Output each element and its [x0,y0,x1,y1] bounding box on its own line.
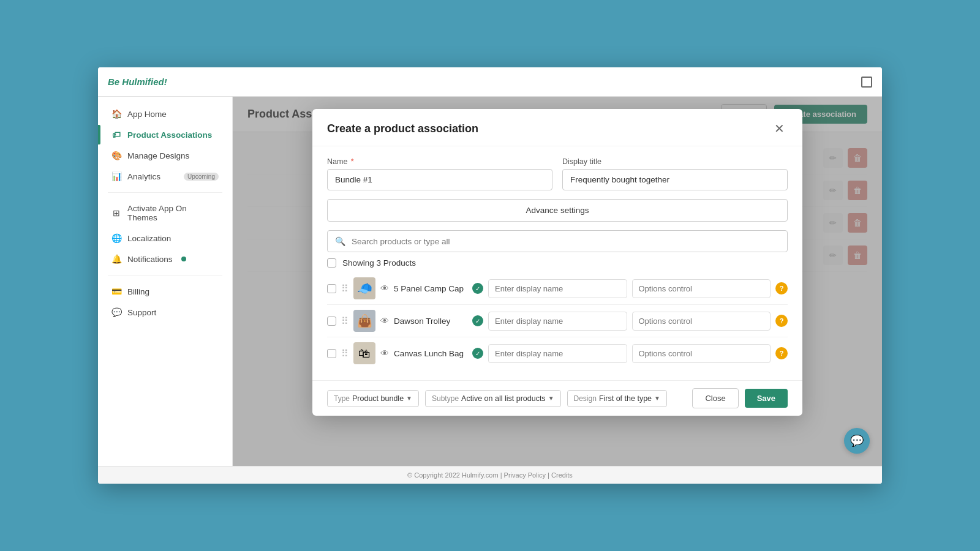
drag-handle-icon[interactable]: ⠿ [341,283,349,294]
sidebar-label-support: Support [127,308,156,317]
close-modal-button[interactable]: Close [692,388,738,408]
design-value: First of the type [599,394,652,403]
sidebar-item-notifications[interactable]: 🔔 Notifications [102,249,228,269]
sidebar-divider-1 [108,192,222,193]
display-name-input-3[interactable] [488,344,627,363]
upcoming-badge: Upcoming [184,173,219,181]
list-item: ⠿ 👜 👁 Dawson Trolley ✓ ? [327,305,788,337]
main-layout: 🏠 App Home 🏷 Product Associations 🎨 Mana… [98,97,882,466]
sidebar-item-activate-app[interactable]: ⊞ Activate App On Themes [102,199,228,227]
product-thumb-1: 🧢 [353,277,375,299]
activate-icon: ⊞ [111,208,121,218]
app-footer: © Copyright 2022 Hulmify.com | Privacy P… [98,466,882,484]
product-list: ⠿ 🧢 👁 5 Panel Camp Cap ✓ ? [327,272,788,369]
sidebar-item-product-associations[interactable]: 🏷 Product Associations [102,125,228,144]
form-group-name: Name * [327,157,552,190]
sidebar-item-billing[interactable]: 💳 Billing [102,282,228,301]
options-control-input-2[interactable] [632,312,771,331]
display-name-input-1[interactable] [488,279,627,298]
sidebar-label-notifications: Notifications [127,255,173,264]
list-item: ⠿ 🛍 👁 Canvas Lunch Bag ✓ ? [327,337,788,369]
help-icon-2[interactable]: ? [775,315,788,327]
analytics-icon: 📊 [111,171,121,181]
showing-products-row: Showing 3 Products [327,258,788,268]
product-checkbox-1[interactable] [327,284,336,293]
select-all-checkbox[interactable] [327,258,336,268]
chat-bubble[interactable]: 💬 [844,428,870,454]
name-label: Name * [327,157,552,166]
product-checkbox-3[interactable] [327,349,336,358]
product-thumb-2: 👜 [353,310,375,332]
logo-brand: Hulmified! [122,77,167,87]
sidebar-item-manage-designs[interactable]: 🎨 Manage Designs [102,146,228,165]
design-select[interactable]: Design First of the type ▼ [567,390,667,407]
design-label: Design [574,394,597,403]
product-search-input[interactable] [352,237,780,246]
list-item: ⠿ 🧢 👁 5 Panel Camp Cap ✓ ? [327,272,788,305]
options-control-input-1[interactable] [632,279,771,298]
logo-be: Be [108,77,119,87]
options-control-input-3[interactable] [632,344,771,363]
subtype-select[interactable]: Subtype Active on all list products ▼ [425,390,561,407]
chat-icon: 💬 [850,434,864,448]
billing-icon: 💳 [111,287,121,296]
product-name-2: Dawson Trolley [394,317,467,326]
verified-icon-1: ✓ [472,283,483,294]
app-logo: Be Hulmified! [108,77,167,87]
help-icon-1[interactable]: ? [775,282,788,294]
eye-icon-2[interactable]: 👁 [380,316,389,326]
modal-header: Create a product association ✕ [312,109,802,146]
sidebar-item-app-home[interactable]: 🏠 App Home [102,104,228,124]
sidebar-label-app-home: App Home [127,110,167,119]
create-product-association-modal: Create a product association ✕ Name * [312,109,802,416]
showing-products-text: Showing 3 Products [342,258,416,268]
modal-body: Name * Display title Advance s [312,146,802,380]
sidebar-item-localization[interactable]: 🌐 Localization [102,228,228,248]
modal-overlay: Create a product association ✕ Name * [233,97,882,466]
type-label: Type [334,394,350,403]
notification-dot [181,257,186,261]
display-title-input[interactable] [562,169,788,190]
form-group-display-title: Display title [562,157,788,190]
product-thumb-3: 🛍 [353,342,375,364]
sidebar: 🏠 App Home 🏷 Product Associations 🎨 Mana… [98,97,233,466]
sidebar-item-support[interactable]: 💬 Support [102,302,228,322]
verified-icon-2: ✓ [472,315,483,326]
product-name-3: Canvas Lunch Bag [394,349,467,358]
product-search-bar: 🔍 [327,230,788,252]
modal-close-button[interactable]: ✕ [771,120,788,137]
verified-icon-3: ✓ [472,348,483,359]
help-icon-3[interactable]: ? [775,347,788,359]
modal-footer: Type Product bundle ▼ Subtype Active on … [312,380,802,416]
app-window: Be Hulmified! 🏠 App Home 🏷 Product Assoc… [98,67,882,484]
sidebar-label-product-associations: Product Associations [127,130,212,140]
localization-icon: 🌐 [111,233,121,243]
sidebar-divider-2 [108,275,222,276]
subtype-arrow-icon: ▼ [548,395,554,402]
drag-handle-icon[interactable]: ⠿ [341,315,349,327]
title-bar: Be Hulmified! [98,67,882,97]
product-name-1: 5 Panel Camp Cap [394,284,467,293]
display-name-input-2[interactable] [488,312,627,331]
eye-icon-1[interactable]: 👁 [380,283,389,293]
design-arrow-icon: ▼ [654,395,660,402]
sidebar-label-localization: Localization [127,234,171,243]
design-icon: 🎨 [111,151,121,160]
required-indicator: * [351,157,354,166]
advance-settings-button[interactable]: Advance settings [327,199,788,222]
display-title-label: Display title [562,157,788,166]
type-arrow-icon: ▼ [406,395,412,402]
copyright-text: © Copyright 2022 Hulmify.com | Privacy P… [407,471,573,479]
name-input[interactable] [327,169,552,190]
sidebar-label-activate-app: Activate App On Themes [127,204,219,222]
subtype-value: Active on all list products [461,394,546,403]
product-checkbox-2[interactable] [327,317,336,326]
drag-handle-icon[interactable]: ⠿ [341,348,349,359]
save-button[interactable]: Save [745,389,788,408]
fullscreen-icon[interactable] [861,77,872,88]
home-icon: 🏠 [111,109,121,119]
eye-icon-3[interactable]: 👁 [380,348,389,358]
type-select[interactable]: Type Product bundle ▼ [327,390,419,407]
search-icon: 🔍 [335,236,345,246]
sidebar-item-analytics[interactable]: 📊 Analytics Upcoming [102,167,228,186]
